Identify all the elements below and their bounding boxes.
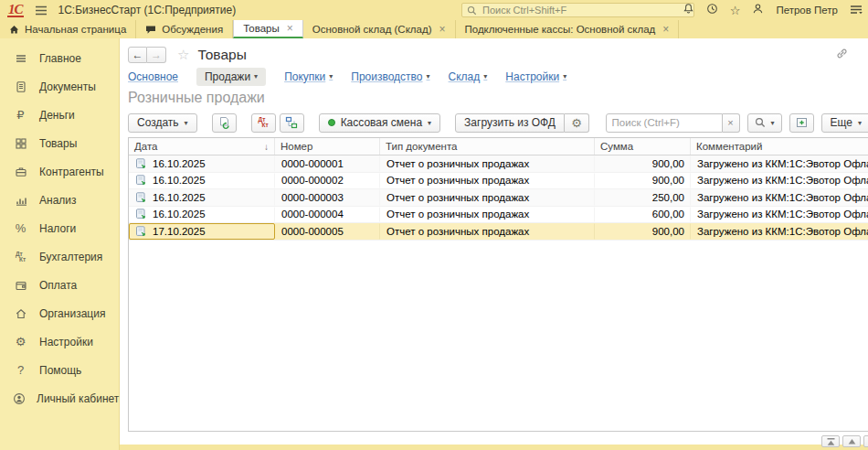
- sort-desc-icon: ↓: [264, 142, 269, 152]
- bar-chart-icon: [13, 193, 28, 208]
- go-first-button[interactable]: [821, 435, 840, 447]
- notifications-bell-icon[interactable]: [683, 2, 694, 18]
- table-header: Дата ↓ Номер Тип документа Сумма Коммент…: [129, 138, 868, 155]
- posted-document-icon: [135, 158, 147, 169]
- column-header-date[interactable]: Дата ↓: [129, 138, 275, 155]
- history-icon[interactable]: [706, 2, 718, 18]
- column-header-comment[interactable]: Комментарий: [691, 138, 868, 155]
- home-icon: [9, 25, 19, 35]
- sidebar-item-help[interactable]: ? Помощь: [0, 356, 119, 384]
- nav-warehouse-link[interactable]: Склад▾: [449, 70, 488, 83]
- section-nav: Основное Продажи▾ Покупки▾ Производство▾…: [120, 64, 868, 84]
- tab-discussions[interactable]: Обсуждения: [136, 20, 233, 38]
- related-documents-icon: [285, 116, 298, 129]
- main-menu-button[interactable]: [35, 5, 48, 16]
- question-icon: ?: [13, 363, 28, 378]
- tab-goods[interactable]: Товары ×: [233, 20, 303, 38]
- chevron-down-icon: ▾: [185, 119, 188, 127]
- service-menu-icon[interactable]: [850, 2, 863, 18]
- sidebar-item-contractors[interactable]: Контрагенты: [0, 157, 119, 186]
- page-title: Товары: [197, 47, 246, 63]
- list-pagination: [120, 435, 868, 447]
- hamburger-icon: [13, 51, 28, 66]
- wallet-icon: [13, 278, 28, 293]
- related-documents-button[interactable]: [280, 113, 304, 133]
- search-icon: [755, 117, 766, 128]
- table-row[interactable]: 16.10.2025 0000-000001 Отчет о розничных…: [129, 155, 868, 173]
- tab-main-warehouse[interactable]: Основной склад (Склад) ×: [303, 20, 456, 38]
- sidebar-item-payment[interactable]: Оплата: [0, 271, 119, 299]
- user-icon[interactable]: [752, 2, 764, 18]
- forward-button[interactable]: →: [147, 47, 166, 63]
- chevron-down-icon: ▾: [254, 72, 258, 80]
- tab-close-icon[interactable]: ×: [439, 24, 445, 35]
- status-dot-green: [328, 119, 335, 126]
- sidebar-item-goods[interactable]: Товары: [0, 129, 119, 157]
- document-icon: [13, 80, 28, 94]
- back-button[interactable]: ←: [128, 47, 147, 63]
- open-new-window-button[interactable]: [789, 113, 814, 133]
- table-row[interactable]: 16.10.2025 0000-000002 Отчет о розничных…: [129, 173, 868, 190]
- window-title: 1С:БизнесСтарт (1С:Предприятие): [58, 4, 237, 16]
- posted-document-icon: [135, 209, 147, 220]
- create-button[interactable]: Создать▾: [128, 113, 197, 133]
- current-cell[interactable]: 17.10.2025: [129, 223, 275, 240]
- global-search[interactable]: [461, 3, 694, 17]
- sidebar-item-accounting[interactable]: ДтКт Бухгалтерия: [0, 242, 119, 271]
- column-header-number[interactable]: Номер: [275, 138, 380, 155]
- sidebar-item-taxes[interactable]: % Налоги: [0, 214, 119, 242]
- chevron-down-icon: ▾: [563, 72, 566, 80]
- house-icon: [13, 306, 28, 321]
- clear-search-button[interactable]: ×: [723, 113, 740, 133]
- search-icon: [467, 5, 477, 16]
- show-postings-button[interactable]: ДтКт: [251, 113, 276, 133]
- open-windows-tabbar: Начальная страница Обсуждения Товары × О…: [0, 20, 868, 38]
- tab-connected-kassas[interactable]: Подключенные кассы: Основной склад ×: [456, 20, 680, 38]
- column-header-sum[interactable]: Сумма: [595, 138, 691, 155]
- load-from-ofd-button[interactable]: Загрузить из ОФД: [455, 113, 565, 133]
- table-row[interactable]: 16.10.2025 0000-000004 Отчет о розничных…: [129, 207, 868, 224]
- favorites-star-icon[interactable]: ☆: [730, 5, 741, 16]
- sidebar-item-documents[interactable]: Документы: [0, 72, 119, 101]
- hamburger-icon: [35, 5, 48, 16]
- tab-home[interactable]: Начальная страница: [0, 20, 136, 38]
- list-search-input[interactable]: [606, 113, 723, 133]
- chevron-down-icon: ▾: [771, 119, 775, 127]
- sidebar-item-main[interactable]: Главное: [0, 44, 119, 72]
- global-search-input[interactable]: [481, 4, 689, 16]
- sidebar-item-account[interactable]: Личный кабинет: [0, 384, 119, 412]
- table-row[interactable]: 16.10.2025 0000-000003 Отчет о розничных…: [129, 189, 868, 207]
- nav-sales-link[interactable]: Продажи▾: [196, 68, 266, 86]
- column-header-type[interactable]: Тип документа: [380, 138, 595, 155]
- search-options-button[interactable]: ▾: [747, 113, 782, 133]
- list-title: Розничные продажи: [120, 84, 868, 106]
- table-row-selected[interactable]: 17.10.2025 0000-000005 Отчет о розничных…: [129, 223, 868, 241]
- tab-close-icon[interactable]: ×: [287, 23, 293, 34]
- sidebar-item-settings[interactable]: ⚙ Настройки: [0, 327, 119, 356]
- get-link-icon[interactable]: [836, 47, 848, 63]
- favorite-star-icon[interactable]: ☆: [177, 47, 189, 63]
- posted-document-icon: [135, 226, 147, 237]
- new-window-icon: [796, 117, 808, 128]
- posted-document-icon: [135, 192, 147, 203]
- nav-purchases-link[interactable]: Покупки▾: [284, 70, 333, 83]
- nav-main-link[interactable]: Основное: [128, 70, 178, 83]
- current-user-name[interactable]: Петров Петр: [776, 5, 838, 16]
- post-document-button[interactable]: [212, 113, 237, 133]
- sidebar-item-analysis[interactable]: Анализ: [0, 186, 119, 214]
- nav-production-link[interactable]: Производство▾: [351, 70, 429, 83]
- kebab-menu-icon[interactable]: ⋮: [864, 48, 868, 61]
- chevron-down-icon: ▾: [427, 72, 430, 80]
- go-next-button[interactable]: [863, 435, 868, 447]
- nav-settings-link[interactable]: Настройки▾: [505, 70, 566, 83]
- more-button[interactable]: Еще▾: [821, 113, 868, 133]
- sidebar-item-money[interactable]: ₽ Деньги: [0, 101, 119, 129]
- go-prev-button[interactable]: [842, 435, 861, 447]
- kassa-shift-button[interactable]: Кассовая смена▾: [319, 113, 440, 133]
- ofd-settings-button[interactable]: ⚙: [565, 113, 589, 133]
- gear-icon: ⚙: [13, 335, 28, 349]
- tab-close-icon[interactable]: ×: [662, 24, 669, 35]
- documents-table: Дата ↓ Номер Тип документа Сумма Коммент…: [128, 137, 868, 432]
- percent-icon: %: [13, 221, 28, 236]
- sidebar-item-organization[interactable]: Организация: [0, 299, 119, 327]
